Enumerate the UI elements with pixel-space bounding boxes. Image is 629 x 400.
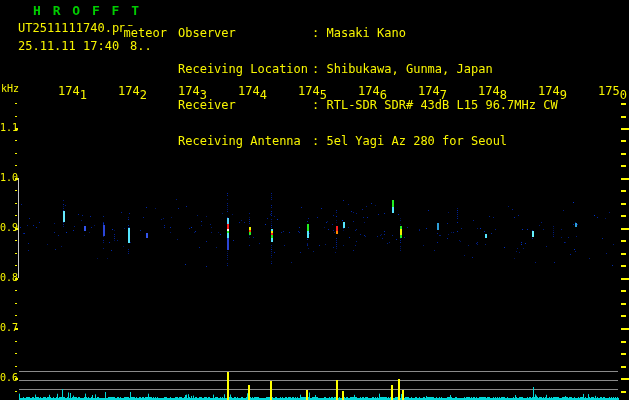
observer-label: Observer — [178, 27, 312, 39]
y-tick-label: 1.0 — [0, 172, 16, 183]
status-counter: 8.. — [130, 39, 152, 53]
y-tick-label: 1.1 — [0, 122, 16, 133]
location-label: Receiving Location — [178, 63, 312, 75]
y-tick-label: 0.6 — [0, 372, 16, 383]
x-tick-label: 1746 — [358, 84, 387, 98]
receiver-label: Receiver — [178, 99, 312, 111]
app-title: H R O F F T — [33, 3, 141, 18]
observation-datetime: 25.11.11 17:40 — [18, 39, 119, 53]
x-tick-label: 1749 — [538, 84, 567, 98]
colon: : — [312, 62, 319, 76]
observer-value: Masaki Kano — [326, 26, 405, 40]
location-row: Receiving Location: Shibukawa, Gunma, Ja… — [178, 63, 558, 75]
x-tick-label: 1744 — [238, 84, 267, 98]
x-tick-label: 1743 — [178, 84, 207, 98]
y-tick-label: 0.8 — [0, 272, 16, 283]
x-tick-label: 1742 — [118, 84, 147, 98]
x-tick-label: 1741 — [58, 84, 87, 98]
colon: : — [312, 26, 319, 40]
output-filename: UT2511111740.png — [18, 21, 134, 35]
antenna-value: 5el Yagi Az 280 for Seoul — [326, 134, 507, 148]
frequency-unit-label: kHz — [1, 83, 19, 94]
hrofft-screen: H R O F F T UT2511111740.pngmeteor 25.11… — [0, 0, 629, 400]
output-filename-line: UT2511111740.pngmeteor — [18, 21, 167, 35]
x-tick-label: 1745 — [298, 84, 327, 98]
x-tick-label: 1747 — [418, 84, 447, 98]
y-tick-label: 0.7 — [0, 322, 16, 333]
y-tick-label: 0.9 — [0, 222, 16, 233]
x-tick-label: 1750 — [598, 84, 627, 98]
x-tick-label: 1748 — [478, 84, 507, 98]
colon: : — [312, 134, 319, 148]
colon: : — [312, 98, 319, 112]
observation-band-label: meteor — [124, 26, 167, 40]
location-value: Shibukawa, Gunma, Japan — [326, 62, 492, 76]
antenna-label: Receiving Antenna — [178, 135, 312, 147]
antenna-row: Receiving Antenna: 5el Yagi Az 280 for S… — [178, 135, 558, 147]
observer-row: Observer: Masaki Kano — [178, 27, 558, 39]
